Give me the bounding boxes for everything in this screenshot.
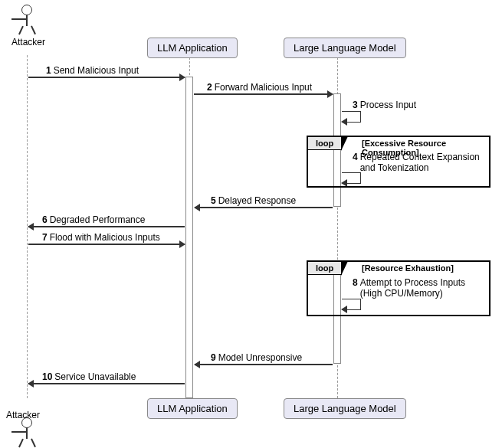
participant-llm-app-top: LLM Application: [147, 38, 238, 58]
msg-2-label: 2Forward Malicious Input: [207, 82, 312, 93]
loop-tag-2: loop: [307, 261, 342, 275]
msg-1-label: 1Send Malicious Input: [46, 65, 139, 76]
msg-5-label: 5Delayed Response: [211, 195, 296, 206]
actor-attacker-bottom-label: Attacker: [6, 410, 40, 420]
loop-cond-1: [Excessive Resource Consumption]: [362, 139, 489, 157]
msg-6-arrow: [28, 226, 185, 227]
activation-llm-app: [185, 77, 193, 398]
actor-attacker-label: Attacker: [11, 37, 42, 47]
lifeline-attacker: [27, 55, 28, 398]
msg-6-label: 6Degraded Performance: [42, 214, 145, 225]
actor-attacker-bottom: [11, 417, 42, 440]
msg-10-label: 10Service Unavailable: [42, 371, 136, 382]
sequence-diagram: Attacker LLM Application Large Language …: [0, 0, 502, 448]
msg-9-arrow: [195, 364, 333, 365]
loop-tag-1: loop: [307, 136, 342, 150]
loop-box-2: loop [Resource Exhaustion]: [307, 260, 491, 316]
msg-7-arrow: [28, 244, 185, 245]
loop-cond-2: [Resource Exhaustion]: [362, 263, 454, 273]
msg-9-label: 9Model Unresponsive: [211, 352, 302, 363]
loop-box-1: loop [Excessive Resource Consumption]: [307, 136, 491, 188]
msg-2-arrow: [194, 93, 333, 95]
msg-1-arrow: [28, 77, 185, 78]
msg-5-arrow: [195, 207, 333, 208]
participant-llm-bottom: Large Language Model: [284, 398, 406, 419]
msg-7-label: 7Flood with Malicious Inputs: [42, 232, 160, 243]
msg-3-label: 3Process Input: [353, 100, 416, 110]
actor-attacker-top: Attacker: [11, 5, 42, 47]
participant-llm-app-bottom: LLM Application: [147, 398, 238, 419]
msg-3-arrow: [342, 111, 361, 123]
msg-10-arrow: [28, 383, 185, 384]
participant-llm-top: Large Language Model: [284, 38, 406, 58]
